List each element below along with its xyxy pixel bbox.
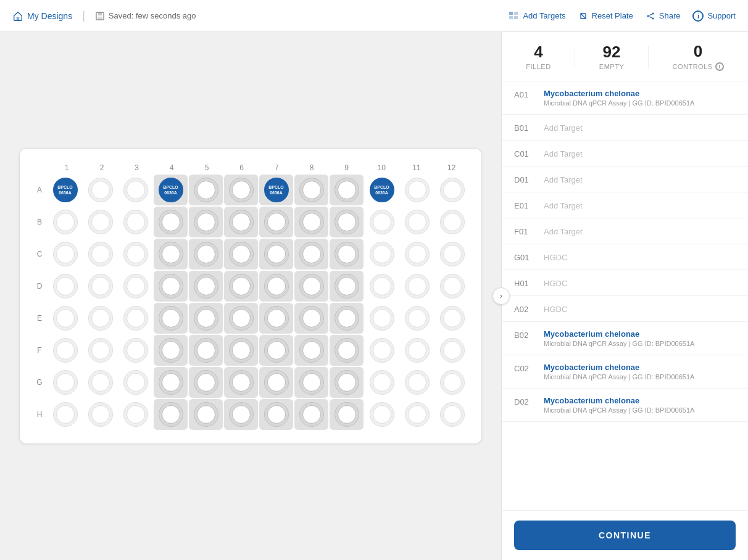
- target-empty-d01[interactable]: Add Target: [544, 174, 736, 184]
- well-F10[interactable]: [370, 338, 394, 363]
- well-F11[interactable]: [405, 338, 430, 363]
- well-A5[interactable]: [194, 178, 218, 202]
- well-H8[interactable]: [299, 402, 324, 427]
- well-D6[interactable]: [229, 274, 254, 299]
- well-F3[interactable]: [123, 338, 148, 363]
- well-C4[interactable]: [159, 242, 183, 266]
- well-F4[interactable]: [159, 338, 183, 363]
- well-G2[interactable]: [88, 370, 113, 395]
- target-row-c02[interactable]: C02Mycobacterium chelonaeMicrobial DNA q…: [502, 355, 748, 389]
- add-targets-action[interactable]: Add Targets: [508, 10, 565, 22]
- well-G5[interactable]: [194, 370, 218, 395]
- target-row-g01[interactable]: G01HGDC: [502, 244, 748, 270]
- well-H4[interactable]: [159, 402, 183, 427]
- well-E5[interactable]: [194, 306, 218, 331]
- well-A2[interactable]: [88, 178, 113, 202]
- well-F12[interactable]: [440, 338, 465, 363]
- well-C5[interactable]: [194, 242, 218, 266]
- well-D8[interactable]: [299, 274, 324, 299]
- target-row-d01[interactable]: D01Add Target: [502, 167, 748, 192]
- well-B3[interactable]: [123, 210, 148, 234]
- share-action[interactable]: Share: [646, 11, 681, 21]
- well-B11[interactable]: [405, 210, 430, 234]
- well-B4[interactable]: [159, 210, 183, 234]
- well-B8[interactable]: [299, 210, 324, 234]
- target-row-d02[interactable]: D02Mycobacterium chelonaeMicrobial DNA q…: [502, 389, 748, 422]
- well-A7[interactable]: BPCLO0636A: [264, 178, 289, 202]
- well-G7[interactable]: [264, 370, 289, 395]
- well-B5[interactable]: [194, 210, 218, 234]
- well-F1[interactable]: [53, 338, 78, 363]
- target-row-c01[interactable]: C01Add Target: [502, 141, 748, 167]
- well-H9[interactable]: [335, 402, 359, 427]
- target-empty-b01[interactable]: Add Target: [544, 122, 736, 133]
- well-A10[interactable]: BPCLO0636A: [370, 178, 394, 202]
- well-C10[interactable]: [370, 242, 394, 266]
- well-C11[interactable]: [405, 242, 430, 266]
- well-E2[interactable]: [88, 306, 113, 331]
- well-A6[interactable]: [229, 178, 254, 202]
- well-H1[interactable]: [53, 402, 78, 427]
- well-G12[interactable]: [440, 370, 465, 395]
- well-C8[interactable]: [299, 242, 324, 266]
- well-H2[interactable]: [88, 402, 113, 427]
- well-E3[interactable]: [123, 306, 148, 331]
- reset-plate-action[interactable]: Reset Plate: [578, 11, 633, 21]
- well-D3[interactable]: [123, 274, 148, 299]
- well-C3[interactable]: [123, 242, 148, 266]
- well-E7[interactable]: [264, 306, 289, 331]
- support-action[interactable]: i Support: [692, 10, 736, 22]
- well-H5[interactable]: [194, 402, 218, 427]
- well-A1[interactable]: BPCLO0636A: [53, 178, 78, 202]
- well-D11[interactable]: [405, 274, 430, 299]
- well-H6[interactable]: [229, 402, 254, 427]
- well-A11[interactable]: [405, 178, 430, 202]
- target-empty-c01[interactable]: Add Target: [544, 148, 736, 159]
- well-F2[interactable]: [88, 338, 113, 363]
- well-D7[interactable]: [264, 274, 289, 299]
- target-row-b01[interactable]: B01Add Target: [502, 115, 748, 141]
- well-A8[interactable]: [299, 178, 324, 202]
- well-G3[interactable]: [123, 370, 148, 395]
- well-H3[interactable]: [123, 402, 148, 427]
- well-E11[interactable]: [405, 306, 430, 331]
- well-E9[interactable]: [335, 306, 359, 331]
- well-H10[interactable]: [370, 402, 394, 427]
- well-D2[interactable]: [88, 274, 113, 299]
- target-row-h01[interactable]: H01HGDC: [502, 270, 748, 296]
- well-E8[interactable]: [299, 306, 324, 331]
- well-G4[interactable]: [159, 370, 183, 395]
- well-H11[interactable]: [405, 402, 430, 427]
- well-F6[interactable]: [229, 338, 254, 363]
- well-B10[interactable]: [370, 210, 394, 234]
- target-row-a02[interactable]: A02HGDC: [502, 296, 748, 322]
- well-B9[interactable]: [335, 210, 359, 234]
- target-empty-e01[interactable]: Add Target: [544, 200, 736, 210]
- well-H7[interactable]: [264, 402, 289, 427]
- well-C6[interactable]: [229, 242, 254, 266]
- well-A9[interactable]: [335, 178, 359, 202]
- well-D4[interactable]: [159, 274, 183, 299]
- well-E4[interactable]: [159, 306, 183, 331]
- well-B6[interactable]: [229, 210, 254, 234]
- well-E1[interactable]: [53, 306, 78, 331]
- well-B12[interactable]: [440, 210, 465, 234]
- well-G8[interactable]: [299, 370, 324, 395]
- well-F8[interactable]: [299, 338, 324, 363]
- target-row-e01[interactable]: E01Add Target: [502, 192, 748, 218]
- well-G10[interactable]: [370, 370, 394, 395]
- target-row-a01[interactable]: A01Mycobacterium chelonaeMicrobial DNA q…: [502, 81, 748, 115]
- target-empty-f01[interactable]: Add Target: [544, 226, 736, 236]
- my-designs-link[interactable]: My Designs: [12, 10, 72, 22]
- well-F9[interactable]: [335, 338, 359, 363]
- well-C1[interactable]: [53, 242, 78, 266]
- well-G1[interactable]: [53, 370, 78, 395]
- collapse-panel-button[interactable]: ›: [492, 287, 510, 305]
- well-G6[interactable]: [229, 370, 254, 395]
- well-E6[interactable]: [229, 306, 254, 331]
- well-F5[interactable]: [194, 338, 218, 363]
- well-A4[interactable]: BPCLO0636A: [159, 178, 183, 202]
- well-C7[interactable]: [264, 242, 289, 266]
- continue-button[interactable]: CONTINUE: [514, 521, 736, 550]
- well-B2[interactable]: [88, 210, 113, 234]
